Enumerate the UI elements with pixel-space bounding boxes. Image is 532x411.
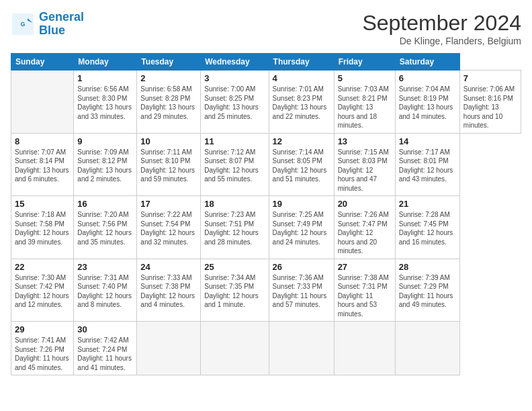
day-info: Sunrise: 7:23 AMSunset: 7:51 PMDaylight:…: [204, 210, 265, 246]
day-info: Sunrise: 7:34 AMSunset: 7:35 PMDaylight:…: [204, 273, 265, 310]
day-number: 4: [273, 73, 330, 83]
day-number: 9: [77, 136, 133, 146]
day-info: Sunrise: 7:28 AMSunset: 7:45 PMDaylight:…: [399, 210, 456, 246]
day-info: Sunrise: 7:11 AMSunset: 8:10 PMDaylight:…: [140, 148, 197, 184]
day-number: 17: [140, 199, 197, 209]
calendar-cell: 22Sunrise: 7:30 AMSunset: 7:42 PMDayligh…: [11, 259, 74, 322]
calendar-cell: 19Sunrise: 7:25 AMSunset: 7:49 PMDayligh…: [269, 196, 334, 259]
day-number: 30: [77, 324, 133, 334]
day-number: 19: [273, 199, 330, 209]
day-number: 14: [399, 136, 456, 146]
calendar-cell: [395, 322, 459, 375]
day-number: 8: [15, 136, 70, 146]
calendar-cell: [201, 322, 269, 375]
day-number: 15: [15, 199, 70, 209]
calendar-cell: 23Sunrise: 7:31 AMSunset: 7:40 PMDayligh…: [74, 259, 137, 322]
day-info: Sunrise: 7:20 AMSunset: 7:56 PMDaylight:…: [77, 210, 133, 246]
day-info: Sunrise: 7:25 AMSunset: 7:49 PMDaylight:…: [273, 210, 330, 246]
day-header-friday: Friday: [334, 54, 395, 71]
day-header-thursday: Thursday: [269, 54, 334, 71]
calendar-cell: 9Sunrise: 7:09 AMSunset: 8:12 PMDaylight…: [74, 133, 137, 196]
calendar-cell: [334, 322, 395, 375]
calendar-cell: [269, 322, 334, 375]
calendar-cell: 15Sunrise: 7:18 AMSunset: 7:58 PMDayligh…: [11, 196, 74, 259]
day-info: Sunrise: 7:36 AMSunset: 7:33 PMDaylight:…: [273, 273, 330, 310]
day-number: 29: [15, 324, 70, 334]
logo-icon: G: [11, 12, 35, 36]
day-info: Sunrise: 7:33 AMSunset: 7:38 PMDaylight:…: [140, 273, 197, 310]
calendar-cell: [137, 322, 201, 375]
logo-text: General Blue: [39, 11, 84, 38]
day-info: Sunrise: 7:39 AMSunset: 7:29 PMDaylight:…: [399, 273, 456, 310]
calendar-cell: 11Sunrise: 7:12 AMSunset: 8:07 PMDayligh…: [201, 133, 269, 196]
day-number: 6: [399, 73, 456, 83]
day-number: 23: [77, 262, 133, 272]
day-info: Sunrise: 7:14 AMSunset: 8:05 PMDaylight:…: [273, 148, 330, 184]
calendar-cell: 7Sunrise: 7:06 AMSunset: 8:16 PMDaylight…: [459, 71, 521, 134]
day-number: 28: [399, 262, 456, 272]
day-header-sunday: Sunday: [11, 54, 74, 71]
day-info: Sunrise: 7:26 AMSunset: 7:47 PMDaylight:…: [338, 210, 392, 256]
calendar-cell: 3Sunrise: 7:00 AMSunset: 8:25 PMDaylight…: [201, 71, 269, 134]
svg-text:G: G: [20, 21, 25, 28]
calendar-cell: 13Sunrise: 7:15 AMSunset: 8:03 PMDayligh…: [334, 133, 395, 196]
calendar-week-row: 1Sunrise: 6:56 AMSunset: 8:30 PMDaylight…: [11, 71, 521, 134]
logo-general: General: [39, 10, 84, 24]
calendar-header-row: SundayMondayTuesdayWednesdayThursdayFrid…: [11, 54, 521, 71]
header: G General Blue September 2024 De Klinge,…: [11, 11, 521, 46]
day-info: Sunrise: 7:15 AMSunset: 8:03 PMDaylight:…: [338, 148, 392, 193]
calendar-week-row: 22Sunrise: 7:30 AMSunset: 7:42 PMDayligh…: [11, 259, 521, 322]
day-header-wednesday: Wednesday: [201, 54, 269, 71]
day-info: Sunrise: 7:30 AMSunset: 7:42 PMDaylight:…: [15, 273, 70, 310]
calendar-cell: 27Sunrise: 7:38 AMSunset: 7:31 PMDayligh…: [334, 259, 395, 322]
day-info: Sunrise: 7:41 AMSunset: 7:26 PMDaylight:…: [15, 336, 70, 372]
day-number: 2: [140, 73, 197, 83]
calendar-cell: 21Sunrise: 7:28 AMSunset: 7:45 PMDayligh…: [395, 196, 459, 259]
day-info: Sunrise: 7:00 AMSunset: 8:25 PMDaylight:…: [204, 85, 265, 121]
calendar-cell: 30Sunrise: 7:42 AMSunset: 7:24 PMDayligh…: [74, 322, 137, 375]
day-info: Sunrise: 7:09 AMSunset: 8:12 PMDaylight:…: [77, 148, 133, 184]
day-info: Sunrise: 7:04 AMSunset: 8:19 PMDaylight:…: [399, 85, 456, 121]
day-header-saturday: Saturday: [395, 54, 459, 71]
day-number: 3: [204, 73, 265, 83]
day-number: 12: [273, 136, 330, 146]
calendar-cell: 18Sunrise: 7:23 AMSunset: 7:51 PMDayligh…: [201, 196, 269, 259]
day-info: Sunrise: 7:22 AMSunset: 7:54 PMDaylight:…: [140, 210, 197, 246]
calendar-cell: [11, 71, 74, 134]
title-section: September 2024 De Klinge, Flanders, Belg…: [362, 11, 521, 46]
day-number: 18: [204, 199, 265, 209]
calendar-cell: 25Sunrise: 7:34 AMSunset: 7:35 PMDayligh…: [201, 259, 269, 322]
main-container: G General Blue September 2024 De Klinge,…: [0, 0, 532, 381]
calendar-cell: 1Sunrise: 6:56 AMSunset: 8:30 PMDaylight…: [74, 71, 137, 134]
calendar-cell: 26Sunrise: 7:36 AMSunset: 7:33 PMDayligh…: [269, 259, 334, 322]
day-info: Sunrise: 7:38 AMSunset: 7:31 PMDaylight:…: [338, 273, 392, 319]
calendar-cell: 5Sunrise: 7:03 AMSunset: 8:21 PMDaylight…: [334, 71, 395, 134]
calendar-week-row: 29Sunrise: 7:41 AMSunset: 7:26 PMDayligh…: [11, 322, 521, 375]
calendar-week-row: 8Sunrise: 7:07 AMSunset: 8:14 PMDaylight…: [11, 133, 521, 196]
day-number: 21: [399, 199, 456, 209]
calendar-cell: 12Sunrise: 7:14 AMSunset: 8:05 PMDayligh…: [269, 133, 334, 196]
calendar-cell: 20Sunrise: 7:26 AMSunset: 7:47 PMDayligh…: [334, 196, 395, 259]
day-number: 5: [338, 73, 392, 83]
calendar-cell: 24Sunrise: 7:33 AMSunset: 7:38 PMDayligh…: [137, 259, 201, 322]
day-header-monday: Monday: [74, 54, 137, 71]
day-number: 10: [140, 136, 197, 146]
day-number: 7: [463, 73, 517, 83]
logo-blue: Blue: [39, 24, 65, 37]
day-number: 27: [338, 262, 392, 272]
calendar-cell: 17Sunrise: 7:22 AMSunset: 7:54 PMDayligh…: [137, 196, 201, 259]
calendar-cell: 29Sunrise: 7:41 AMSunset: 7:26 PMDayligh…: [11, 322, 74, 375]
calendar-cell: 28Sunrise: 7:39 AMSunset: 7:29 PMDayligh…: [395, 259, 459, 322]
day-info: Sunrise: 7:17 AMSunset: 8:01 PMDaylight:…: [399, 148, 456, 184]
day-number: 24: [140, 262, 197, 272]
day-info: Sunrise: 7:12 AMSunset: 8:07 PMDaylight:…: [204, 148, 265, 184]
calendar-week-row: 15Sunrise: 7:18 AMSunset: 7:58 PMDayligh…: [11, 196, 521, 259]
calendar-cell: 6Sunrise: 7:04 AMSunset: 8:19 PMDaylight…: [395, 71, 459, 134]
day-number: 22: [15, 262, 70, 272]
day-number: 25: [204, 262, 265, 272]
day-number: 20: [338, 199, 392, 209]
day-number: 16: [77, 199, 133, 209]
day-number: 26: [273, 262, 330, 272]
day-number: 11: [204, 136, 265, 146]
calendar-cell: 8Sunrise: 7:07 AMSunset: 8:14 PMDaylight…: [11, 133, 74, 196]
